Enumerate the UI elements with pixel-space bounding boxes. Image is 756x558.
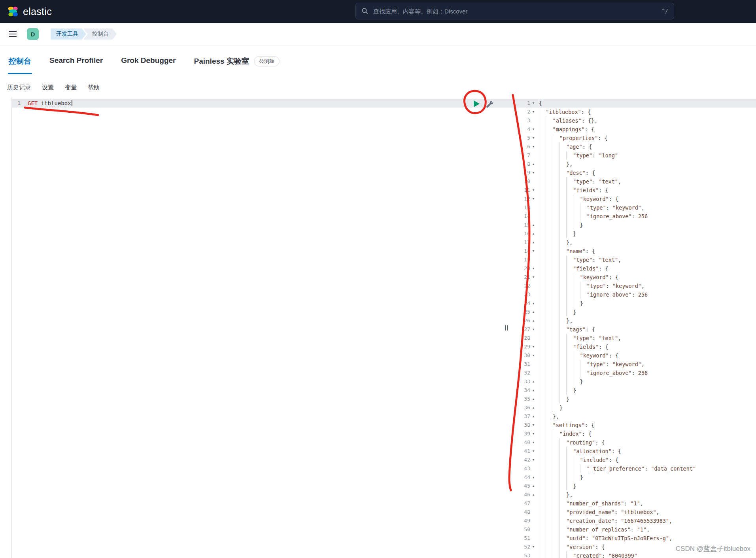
elastic-logo-icon — [7, 6, 19, 17]
fold-expand-icon[interactable]: ▴ — [530, 221, 537, 229]
fold-expand-icon[interactable]: ▴ — [530, 238, 537, 247]
fold-collapse-icon[interactable]: ▾ — [530, 421, 537, 429]
response-line: 37▴}, — [512, 412, 756, 421]
space-avatar[interactable]: D — [27, 28, 39, 40]
fold-collapse-icon[interactable]: ▾ — [530, 247, 537, 255]
line-number: 13 — [512, 203, 530, 212]
response-line: 21▾"keyword": { — [512, 273, 756, 282]
line-number: 14 — [512, 212, 530, 221]
http-method: GET — [28, 100, 38, 106]
fold-collapse-icon[interactable]: ▾ — [530, 456, 537, 464]
fold-expand-icon[interactable]: ▴ — [530, 377, 537, 386]
breadcrumb: 开发工具 控制台 — [51, 28, 117, 40]
fold-expand-icon[interactable]: ▴ — [530, 395, 537, 403]
fold-collapse-icon[interactable]: ▾ — [530, 429, 537, 438]
fold-collapse-icon[interactable]: ▾ — [530, 438, 537, 447]
fold-collapse-icon[interactable]: ▾ — [530, 273, 537, 282]
fold-collapse-icon[interactable]: ▾ — [530, 134, 537, 142]
line-number: 21 — [512, 273, 530, 282]
line-number: 46 — [512, 490, 530, 499]
console-toolbar-help[interactable]: 帮助 — [88, 82, 100, 93]
fold-expand-icon[interactable]: ▴ — [530, 316, 537, 325]
fold-collapse-icon[interactable]: ▾ — [530, 195, 537, 203]
tab-grok-debugger[interactable]: Grok Debugger — [120, 56, 176, 71]
response-code-text: "routing": { — [537, 438, 605, 447]
response-line: 13"type": "keyword", — [512, 203, 756, 212]
fold-expand-icon[interactable]: ▴ — [530, 412, 537, 421]
fold-collapse-icon[interactable]: ▾ — [530, 186, 537, 195]
console-toolbar-history[interactable]: 历史记录 — [7, 82, 31, 93]
response-code-text: } — [537, 386, 576, 395]
breadcrumb-console[interactable]: 控制台 — [83, 28, 117, 40]
resizer-grip-icon — [505, 325, 508, 331]
response-line: 36▴} — [512, 403, 756, 412]
tab-painless-lab[interactable]: Painless 实验室公测版 — [193, 56, 280, 73]
response-line: 12▾"keyword": { — [512, 195, 756, 203]
fold-collapse-icon[interactable]: ▾ — [530, 108, 537, 116]
search-input[interactable] — [372, 8, 658, 15]
response-line: 5▾"properties": { — [512, 134, 756, 142]
breadcrumb-dev-tools[interactable]: 开发工具 — [51, 28, 86, 40]
line-number: 28 — [512, 334, 530, 342]
fold-expand-icon[interactable]: ▴ — [530, 386, 537, 395]
response-code-text: "type": "text", — [537, 177, 621, 186]
line-number: 24 — [512, 299, 530, 308]
fold-expand-icon[interactable]: ▴ — [530, 482, 537, 490]
fold-expand-icon[interactable]: ▴ — [530, 490, 537, 499]
fold-expand-icon[interactable]: ▴ — [530, 308, 537, 316]
console-toolbar-settings[interactable]: 设置 — [42, 82, 54, 93]
pane-resizer[interactable] — [504, 97, 509, 558]
response-code-text: } — [537, 308, 576, 316]
line-number: 15 — [512, 221, 530, 229]
fold-collapse-icon[interactable]: ▾ — [530, 264, 537, 273]
elastic-logo[interactable]: elastic — [0, 6, 52, 17]
line-number: 1 — [12, 99, 21, 108]
fold-collapse-icon[interactable]: ▾ — [530, 99, 537, 108]
fold-collapse-icon[interactable]: ▾ — [530, 325, 537, 334]
fold-expand-icon[interactable]: ▴ — [530, 160, 537, 168]
fold-collapse-icon[interactable]: ▾ — [530, 168, 537, 177]
text-cursor — [72, 100, 72, 106]
request-text[interactable]: GET itbluebox — [21, 99, 72, 108]
response-code-text: "desc": { — [537, 168, 595, 177]
send-request-button[interactable] — [472, 100, 480, 108]
response-line: 18▾"name": { — [512, 247, 756, 255]
response-code-text: "keyword": { — [537, 195, 618, 203]
fold-expand-icon[interactable]: ▴ — [530, 473, 537, 482]
fold-expand-icon[interactable]: ▴ — [530, 229, 537, 238]
console-toolbar-variables[interactable]: 变量 — [65, 82, 77, 93]
response-line: 39▾"index": { — [512, 429, 756, 438]
response-code-text: "allocation": { — [537, 447, 621, 456]
tab-console[interactable]: 控制台 — [8, 56, 32, 74]
response-code-text: "number_of_replicas": "1", — [537, 525, 650, 534]
response-code-text: "itbluebox": { — [537, 108, 591, 116]
fold-expand-icon[interactable]: ▴ — [530, 403, 537, 412]
fold-collapse-icon[interactable]: ▾ — [530, 125, 537, 134]
response-line: 7"type": "long" — [512, 151, 756, 160]
response-line: 51"uuid": "0T3cWiuITpS-nJoBFers-g", — [512, 534, 756, 543]
response-code-text: "mappings": { — [537, 125, 594, 134]
response-code-text: "include": { — [537, 456, 618, 464]
fold-spacer — [530, 360, 537, 369]
fold-spacer — [530, 551, 537, 558]
fold-expand-icon[interactable]: ▴ — [530, 299, 537, 308]
response-viewer: 1▾{2▾"itbluebox": {3"aliases": {},4▾"map… — [512, 99, 756, 558]
response-code-text: } — [537, 473, 583, 482]
line-number: 39 — [512, 429, 530, 438]
response-code-text: "keyword": { — [537, 273, 618, 282]
request-editor[interactable]: 1 GET itbluebox — [12, 99, 504, 558]
global-search[interactable]: ^/ — [355, 3, 674, 19]
fold-collapse-icon[interactable]: ▾ — [530, 543, 537, 551]
line-number: 53 — [512, 551, 530, 558]
editor-line[interactable]: 1 GET itbluebox — [12, 99, 504, 108]
fold-collapse-icon[interactable]: ▾ — [530, 447, 537, 456]
tab-search-profiler[interactable]: Search Profiler — [49, 56, 104, 71]
menu-icon[interactable] — [9, 31, 17, 37]
response-line: 10"type": "text", — [512, 177, 756, 186]
fold-collapse-icon[interactable]: ▾ — [530, 142, 537, 151]
fold-collapse-icon[interactable]: ▾ — [530, 342, 537, 351]
fold-spacer — [530, 534, 537, 543]
console-toolbar: 历史记录设置变量帮助 — [0, 82, 100, 93]
fold-collapse-icon[interactable]: ▾ — [530, 351, 537, 360]
request-options-icon[interactable] — [486, 100, 493, 108]
